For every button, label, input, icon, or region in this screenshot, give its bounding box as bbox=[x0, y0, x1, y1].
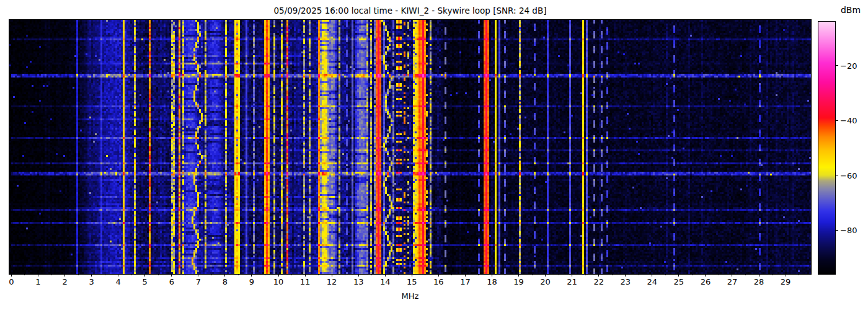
x-major-tick bbox=[732, 274, 732, 277]
x-minor-tick bbox=[51, 274, 52, 275]
colorbar-tick bbox=[836, 120, 838, 121]
x-major-tick bbox=[465, 274, 466, 277]
waterfall-canvas bbox=[9, 20, 811, 274]
x-tick-label: 28 bbox=[754, 277, 764, 286]
x-minor-tick bbox=[719, 274, 719, 275]
x-minor-tick bbox=[772, 274, 773, 275]
x-tick-label: 12 bbox=[327, 277, 337, 286]
x-tick-label: 4 bbox=[116, 277, 121, 286]
x-tick-label: 1 bbox=[35, 277, 40, 286]
x-major-tick bbox=[38, 274, 38, 277]
x-minor-tick bbox=[425, 274, 425, 275]
x-tick-label: 23 bbox=[620, 277, 631, 286]
x-minor-tick bbox=[612, 274, 613, 275]
x-major-tick bbox=[572, 274, 572, 277]
x-tick-label: 15 bbox=[407, 277, 417, 286]
x-tick-label: 9 bbox=[249, 277, 254, 286]
x-minor-tick bbox=[185, 274, 185, 275]
colorbar-tick bbox=[836, 175, 838, 175]
x-major-tick bbox=[118, 274, 118, 277]
x-major-tick bbox=[385, 274, 386, 277]
colorbar-tick-label: −20 bbox=[840, 61, 857, 70]
x-minor-tick bbox=[505, 274, 505, 275]
x-tick-label: 21 bbox=[567, 277, 577, 286]
x-tick-label: 13 bbox=[353, 277, 364, 286]
x-minor-tick bbox=[371, 274, 372, 275]
colorbar-frame bbox=[818, 21, 836, 275]
x-minor-tick bbox=[291, 274, 292, 275]
x-minor-tick bbox=[398, 274, 399, 275]
x-tick-label: 24 bbox=[647, 277, 658, 286]
x-major-tick bbox=[91, 274, 92, 277]
x-tick-label: 7 bbox=[196, 277, 201, 286]
x-major-tick bbox=[438, 274, 439, 277]
x-major-tick bbox=[251, 274, 252, 277]
colorbar-tick-label: −80 bbox=[840, 226, 857, 235]
x-minor-tick bbox=[665, 274, 666, 275]
colorbar-unit-label: dBm bbox=[835, 5, 866, 15]
x-tick-label: 0 bbox=[9, 277, 14, 286]
colorbar-tick-label: −40 bbox=[840, 116, 857, 125]
x-minor-tick bbox=[131, 274, 132, 275]
x-minor-tick bbox=[532, 274, 533, 275]
x-minor-tick bbox=[799, 274, 799, 275]
x-minor-tick bbox=[24, 274, 25, 275]
x-minor-tick bbox=[585, 274, 586, 275]
x-minor-tick bbox=[559, 274, 559, 275]
x-minor-tick bbox=[692, 274, 693, 275]
x-minor-tick bbox=[158, 274, 159, 275]
x-tick-label: 19 bbox=[513, 277, 524, 286]
colorbar-tick bbox=[836, 65, 838, 66]
x-tick-label: 8 bbox=[223, 277, 228, 286]
x-minor-tick bbox=[345, 274, 345, 275]
x-tick-label: 16 bbox=[433, 277, 444, 286]
x-major-tick bbox=[278, 274, 279, 277]
x-minor-tick bbox=[318, 274, 319, 275]
x-tick-label: 10 bbox=[273, 277, 284, 286]
x-minor-tick bbox=[78, 274, 79, 275]
x-major-tick bbox=[11, 274, 12, 277]
colorbar-tick bbox=[836, 230, 838, 231]
x-minor-tick bbox=[238, 274, 239, 275]
x-tick-label: 2 bbox=[62, 277, 67, 286]
x-major-tick bbox=[759, 274, 760, 277]
x-tick-label: 5 bbox=[143, 277, 148, 286]
colorbar-tick-label: −60 bbox=[840, 170, 857, 180]
x-tick-label: 14 bbox=[380, 277, 391, 286]
waterfall-plot-frame bbox=[9, 19, 812, 275]
x-major-tick bbox=[305, 274, 306, 277]
x-major-tick bbox=[171, 274, 172, 277]
x-major-tick bbox=[64, 274, 65, 277]
x-minor-tick bbox=[105, 274, 105, 275]
x-tick-label: 17 bbox=[460, 277, 471, 286]
x-minor-tick bbox=[451, 274, 452, 275]
x-tick-label: 18 bbox=[487, 277, 497, 286]
x-minor-tick bbox=[265, 274, 265, 275]
x-major-tick bbox=[705, 274, 706, 277]
x-major-tick bbox=[412, 274, 412, 277]
x-minor-tick bbox=[639, 274, 639, 275]
x-major-tick bbox=[625, 274, 626, 277]
x-major-tick bbox=[492, 274, 492, 277]
x-tick-label: 22 bbox=[593, 277, 604, 286]
x-major-tick bbox=[678, 274, 679, 277]
x-major-tick bbox=[545, 274, 546, 277]
spectrogram-window: 05/09/2025 16:00 local time - KIWI_2 - S… bbox=[0, 0, 868, 310]
x-minor-tick bbox=[211, 274, 212, 275]
x-major-tick bbox=[358, 274, 359, 277]
x-major-tick bbox=[518, 274, 519, 277]
x-tick-label: 6 bbox=[169, 277, 174, 286]
x-tick-label: 27 bbox=[727, 277, 738, 286]
x-tick-label: 26 bbox=[701, 277, 711, 286]
x-minor-tick bbox=[478, 274, 479, 275]
x-major-tick bbox=[652, 274, 652, 277]
colorbar-canvas bbox=[818, 22, 835, 274]
x-major-tick bbox=[786, 274, 786, 277]
plot-title: 05/09/2025 16:00 local time - KIWI_2 - S… bbox=[9, 6, 811, 16]
x-tick-label: 29 bbox=[781, 277, 791, 286]
x-tick-label: 11 bbox=[300, 277, 311, 286]
x-major-tick bbox=[332, 274, 332, 277]
x-tick-label: 25 bbox=[674, 277, 684, 286]
x-major-tick bbox=[598, 274, 599, 277]
x-axis-label: MHz bbox=[9, 291, 811, 301]
